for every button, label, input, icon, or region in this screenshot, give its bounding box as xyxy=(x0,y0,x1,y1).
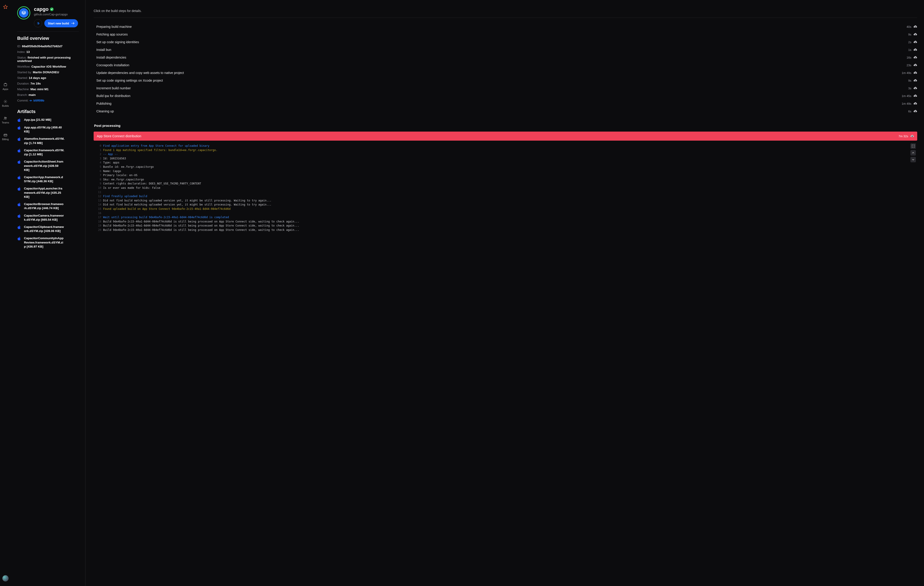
nav-item-apps[interactable]: Apps xyxy=(2,83,9,91)
sidebar: capgo github.com/Cap-go/capgo Start new … xyxy=(11,0,86,586)
download-log-icon[interactable] xyxy=(914,102,917,105)
nav-item-teams[interactable]: Teams xyxy=(2,116,9,124)
main-content: Click on the build steps for details. Pr… xyxy=(86,0,924,586)
project-settings-button[interactable] xyxy=(34,19,42,27)
artifact-item[interactable]: App.ipa [21.92 MB] xyxy=(17,118,79,122)
project-repo-link[interactable]: github.com/Cap-go/capgo xyxy=(34,13,78,16)
log-line: 19Build 9de4bafe-2c15-40a1-8d44-084ef74c… xyxy=(94,224,917,228)
step-duration: 9s xyxy=(908,33,911,36)
build-step-row[interactable]: Build ipa for distribution1m 45s xyxy=(94,92,917,100)
verified-icon xyxy=(50,7,54,11)
overview-row: Status: finished with post processing un… xyxy=(17,56,79,63)
nav-label: Billing xyxy=(2,138,8,141)
build-step-row[interactable]: Update dependencies and copy web assets … xyxy=(94,69,917,77)
build-step-row[interactable]: Publishing1m 49s xyxy=(94,100,917,107)
error-step-time: 7m 32s xyxy=(898,135,908,138)
apple-icon xyxy=(17,226,21,229)
user-avatar[interactable] xyxy=(2,575,8,581)
billing-icon xyxy=(3,133,7,137)
artifact-name: CapacitorClipboard.framework.dSYM.zip [4… xyxy=(24,225,65,233)
overview-row: Index: 13 xyxy=(17,50,79,54)
log-scroll-up-button[interactable] xyxy=(911,150,916,156)
log-scroll-down-button[interactable] xyxy=(911,157,916,162)
download-log-icon[interactable] xyxy=(914,48,917,51)
download-log-icon[interactable] xyxy=(914,40,917,44)
post-processing-error-step[interactable]: App Store Connect distribution 7m 32s xyxy=(94,132,917,141)
apple-icon xyxy=(17,126,21,130)
build-step-row[interactable]: Fetching app sources9s xyxy=(94,31,917,38)
artifact-item[interactable]: CapacitorCamera.framework.dSYM.zip [665.… xyxy=(17,214,79,222)
step-duration: 1s xyxy=(908,48,911,51)
build-step-row[interactable]: Install dependencies16s xyxy=(94,54,917,61)
build-step-row[interactable]: Cleaning up6s xyxy=(94,107,917,115)
build-step-row[interactable]: Set up code signing settings on Xcode pr… xyxy=(94,77,917,84)
artifact-item[interactable]: Alamofire.framework.dSYM.zip [1.74 MB] xyxy=(17,137,79,145)
nav-item-builds[interactable]: Builds xyxy=(2,99,9,107)
build-log: 0Find application entry from App Store C… xyxy=(94,142,917,234)
log-expand-button[interactable] xyxy=(911,143,916,149)
apple-icon xyxy=(17,187,21,191)
builds-icon xyxy=(3,99,7,104)
download-log-icon[interactable] xyxy=(911,134,914,138)
start-new-build-button[interactable]: Start new build xyxy=(45,19,78,27)
artifact-item[interactable]: CapacitorCommunityInAppReview.framework.… xyxy=(17,236,79,249)
step-name: Publishing xyxy=(94,102,902,105)
step-name: Update dependencies and copy web assets … xyxy=(94,71,902,75)
step-name: Set up code signing settings on Xcode pr… xyxy=(94,79,908,82)
download-log-icon[interactable] xyxy=(914,63,917,67)
artifact-item[interactable]: CapacitorActionSheet.framework.dSYM.zip … xyxy=(17,160,79,172)
log-line: 0Find application entry from App Store C… xyxy=(94,144,917,148)
start-build-label: Start new build xyxy=(48,22,69,25)
artifact-item[interactable]: CapacitorAppLauncher.framework.dSYM.zip … xyxy=(17,186,79,199)
overview-row: ID: 66a0f35db354adbfb27b92d7 xyxy=(17,44,79,48)
artifact-name: App.app.dSYM.zip [459.40 KB] xyxy=(24,125,65,133)
commit-hash-link[interactable]: b5ff09b xyxy=(33,99,45,102)
download-log-icon[interactable] xyxy=(914,94,917,98)
step-duration: 9s xyxy=(908,79,911,82)
svg-rect-4 xyxy=(4,134,7,136)
log-line: 11 xyxy=(94,190,917,194)
build-overview-title: Build overview xyxy=(17,36,79,41)
download-log-icon[interactable] xyxy=(914,33,917,36)
apple-icon xyxy=(17,137,21,141)
download-log-icon[interactable] xyxy=(914,25,917,28)
build-step-row[interactable]: Increment build number3s xyxy=(94,84,917,92)
log-line: 3Id: 1602316563 xyxy=(94,156,917,161)
nav-item-billing[interactable]: Billing xyxy=(2,133,9,141)
overview-row: Started by: Martin DONADIEU xyxy=(17,71,79,74)
download-log-icon[interactable] xyxy=(914,109,917,113)
artifact-name: CapacitorBrowser.framework.dSYM.zip [446… xyxy=(24,202,65,210)
nav-label: Builds xyxy=(2,104,9,107)
build-step-row[interactable]: Preparing build machine40s xyxy=(94,23,917,31)
step-duration: 2s xyxy=(908,41,911,44)
step-duration: 3s xyxy=(908,87,911,90)
artifact-name: App.ipa [21.92 MB] xyxy=(24,118,51,122)
log-line: 18Build 9de4bafe-2c15-40a1-8d44-084ef74c… xyxy=(94,219,917,224)
log-line: 8Sku: ee.forgr.capacitorgo xyxy=(94,178,917,182)
nav-label: Apps xyxy=(2,88,8,91)
apple-icon xyxy=(17,160,21,164)
svg-rect-0 xyxy=(4,84,7,86)
log-line: 20Build 9de4bafe-2c15-40a1-8d44-084ef74c… xyxy=(94,228,917,232)
chevron-down-icon xyxy=(912,158,914,161)
download-log-icon[interactable] xyxy=(914,79,917,82)
artifact-item[interactable]: Capacitor.framework.dSYM.zip [1.12 MB] xyxy=(17,148,79,156)
build-step-row[interactable]: Cocoapods installation23s xyxy=(94,61,917,69)
artifact-item[interactable]: CapacitorApp.framework.dSYM.zip [448.36 … xyxy=(17,175,79,183)
artifact-item[interactable]: App.app.dSYM.zip [459.40 KB] xyxy=(17,125,79,133)
artifact-item[interactable]: CapacitorClipboard.framework.dSYM.zip [4… xyxy=(17,225,79,233)
logo-icon[interactable] xyxy=(2,5,8,10)
build-step-row[interactable]: Set up code signing identities2s xyxy=(94,38,917,46)
step-duration: 1m 49s xyxy=(902,102,911,105)
log-line: 14Did not find build matching uploaded v… xyxy=(94,202,917,207)
step-duration: 1m 49s xyxy=(902,71,911,75)
build-step-row[interactable]: Install bun1s xyxy=(94,46,917,54)
download-log-icon[interactable] xyxy=(914,71,917,75)
artifact-item[interactable]: CapacitorBrowser.framework.dSYM.zip [446… xyxy=(17,202,79,210)
download-log-icon[interactable] xyxy=(914,56,917,59)
overview-row: Started: 14 days ago xyxy=(17,76,79,80)
step-name: Install bun xyxy=(94,48,908,51)
step-name: Set up code signing identities xyxy=(94,40,908,44)
download-log-icon[interactable] xyxy=(914,86,917,90)
step-duration: 1m 45s xyxy=(902,94,911,98)
